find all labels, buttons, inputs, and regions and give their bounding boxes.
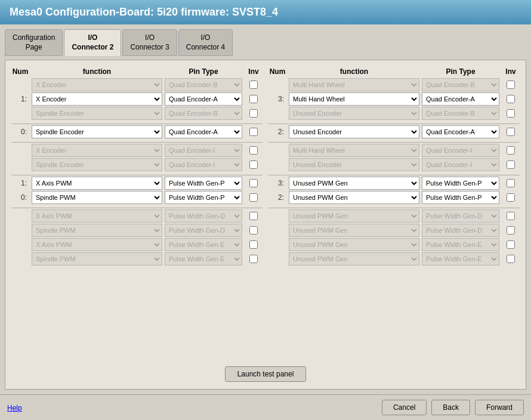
col-header-num: Num	[268, 67, 286, 76]
inv-checkbox[interactable]	[507, 226, 515, 234]
table-row: X Axis PWMPulse Width Gen-D	[11, 209, 263, 223]
row-num: 1:	[11, 95, 29, 103]
function-select: X Encoder	[32, 78, 162, 91]
function-select: Unused PWM Gen	[289, 224, 419, 237]
col-header-num: Num	[11, 67, 29, 76]
panel: NumfunctionPin TypeInvX EncoderQuad Enco…	[5, 60, 526, 390]
tab-bar: Configuration PageI/O Connector 2I/O Con…	[5, 29, 526, 56]
row-group: Multi Hand WheelQuad Encoder-B3:Multi Ha…	[268, 78, 520, 120]
pin-type-select: Quad Encoder-I	[165, 158, 242, 171]
col-header-inv: Inv	[245, 67, 263, 76]
inv-checkbox[interactable]	[507, 95, 515, 103]
inv-checkbox[interactable]	[249, 240, 258, 249]
inv-checkbox[interactable]	[507, 109, 515, 118]
table-row: X EncoderQuad Encoder-I	[11, 144, 263, 157]
row-num: 0:	[11, 193, 29, 202]
function-select[interactable]: X Axis PWM	[32, 177, 162, 190]
tab-config[interactable]: Configuration Page	[5, 29, 63, 56]
tab-io3[interactable]: I/O Connector 3	[122, 29, 177, 56]
function-select: Spindle PWM	[32, 252, 162, 265]
back-button[interactable]: Back	[431, 400, 470, 415]
function-select[interactable]: Unused PWM Gen	[289, 177, 419, 190]
table-row: X EncoderQuad Encoder-B	[11, 78, 263, 91]
table-row: 3:Unused PWM GenPulse Width Gen-P	[268, 177, 520, 190]
function-select: Spindle PWM	[32, 224, 162, 237]
pin-type-select[interactable]: Quad Encoder-A	[422, 92, 499, 106]
function-select: Multi Hand Wheel	[289, 78, 419, 91]
inv-checkbox[interactable]	[507, 179, 515, 187]
pin-type-select: Quad Encoder-B	[422, 78, 499, 91]
row-group: X Axis PWMPulse Width Gen-DSpindle PWMPu…	[11, 209, 263, 265]
inv-checkbox[interactable]	[249, 255, 258, 263]
left-column: NumfunctionPin TypeInvX EncoderQuad Enco…	[11, 66, 263, 358]
table-row: Unused EncoderQuad Encoder-B	[268, 107, 520, 120]
inv-checkbox[interactable]	[507, 146, 515, 155]
pin-type-select[interactable]: Quad Encoder-A	[165, 92, 242, 106]
main-window: Mesa0 Configuration-Board: 5i20 firmware…	[0, 0, 531, 420]
divider	[11, 175, 263, 175]
table-row: Unused PWM GenPulse Width Gen-D	[268, 224, 520, 237]
function-select: X Encoder	[32, 144, 162, 157]
function-select[interactable]: Unused Encoder	[289, 125, 419, 138]
inv-checkbox[interactable]	[249, 226, 258, 234]
function-select[interactable]: Spindle PWM	[32, 191, 162, 204]
inv-checkbox[interactable]	[507, 160, 515, 169]
pin-type-select[interactable]: Pulse Width Gen-P	[422, 191, 499, 204]
inv-checkbox[interactable]	[507, 240, 515, 249]
window-title: Mesa0 Configuration-Board: 5i20 firmware…	[10, 6, 278, 18]
inv-checkbox[interactable]	[249, 160, 258, 169]
tab-io2[interactable]: I/O Connector 2	[64, 29, 121, 56]
function-select[interactable]: Unused PWM Gen	[289, 191, 419, 204]
inv-checkbox[interactable]	[507, 81, 515, 89]
pin-type-select[interactable]: Pulse Width Gen-P	[165, 177, 242, 190]
function-select[interactable]: Spindle Encoder	[32, 125, 162, 138]
inv-checkbox[interactable]	[507, 128, 515, 136]
pin-type-select: Pulse Width Gen-D	[165, 209, 242, 223]
inv-checkbox[interactable]	[249, 146, 258, 155]
inv-checkbox[interactable]	[507, 212, 515, 220]
inv-checkbox[interactable]	[507, 193, 515, 202]
launch-test-panel-button[interactable]: Launch test panel	[225, 366, 307, 382]
table-row: Spindle PWMPulse Width Gen-D	[11, 224, 263, 237]
cancel-button[interactable]: Cancel	[382, 400, 427, 415]
table-row: Unused PWM GenPulse Width Gen-E	[268, 252, 520, 265]
table-row: 0:Spindle EncoderQuad Encoder-A	[11, 125, 263, 138]
inv-checkbox[interactable]	[249, 109, 258, 118]
pin-type-select: Pulse Width Gen-E	[165, 238, 242, 251]
inv-checkbox[interactable]	[249, 193, 258, 202]
function-select: Unused PWM Gen	[289, 209, 419, 223]
help-button[interactable]: Help	[7, 404, 22, 412]
inv-checkbox[interactable]	[249, 81, 258, 89]
table-row: 2:Unused PWM GenPulse Width Gen-P	[268, 191, 520, 204]
main-content: Configuration PageI/O Connector 2I/O Con…	[0, 24, 531, 394]
pin-type-select: Pulse Width Gen-E	[165, 252, 242, 265]
pin-type-select[interactable]: Quad Encoder-A	[165, 125, 242, 138]
table-row: Spindle PWMPulse Width Gen-E	[11, 252, 263, 265]
table-row: 2:Unused EncoderQuad Encoder-A	[268, 125, 520, 138]
row-group: Unused PWM GenPulse Width Gen-DUnused PW…	[268, 209, 520, 265]
function-select[interactable]: X Encoder	[32, 92, 162, 106]
row-num: 2:	[268, 128, 286, 136]
forward-button[interactable]: Forward	[475, 400, 524, 415]
function-select: X Axis PWM	[32, 209, 162, 223]
tab-io4[interactable]: I/O Connector 4	[178, 29, 233, 56]
inv-checkbox[interactable]	[249, 95, 258, 103]
row-group: Multi Hand WheelQuad Encoder-IUnused Enc…	[268, 144, 520, 171]
inv-checkbox[interactable]	[249, 128, 258, 136]
function-select: Multi Hand Wheel	[289, 144, 419, 157]
inv-checkbox[interactable]	[249, 179, 258, 187]
pin-type-select[interactable]: Pulse Width Gen-P	[165, 191, 242, 204]
pin-type-select: Quad Encoder-B	[422, 107, 499, 120]
col-header-function: function	[32, 67, 162, 76]
pin-type-select[interactable]: Pulse Width Gen-P	[422, 177, 499, 190]
divider	[11, 208, 263, 208]
function-select[interactable]: Multi Hand Wheel	[289, 92, 419, 106]
table-row: Spindle EncoderQuad Encoder-B	[11, 107, 263, 120]
inv-checkbox[interactable]	[249, 212, 258, 220]
row-num: 3:	[268, 95, 286, 103]
column-header: NumfunctionPin TypeInv	[11, 66, 263, 78]
divider	[268, 123, 520, 124]
inv-checkbox[interactable]	[507, 255, 515, 263]
pin-type-select[interactable]: Quad Encoder-A	[422, 125, 499, 138]
pin-type-select: Quad Encoder-B	[165, 78, 242, 91]
